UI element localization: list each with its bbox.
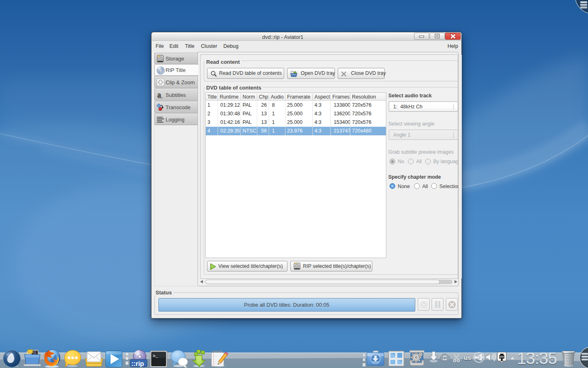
svg-text:::rip: ::rip [131, 360, 144, 367]
svg-text:>_: >_ [153, 354, 158, 359]
